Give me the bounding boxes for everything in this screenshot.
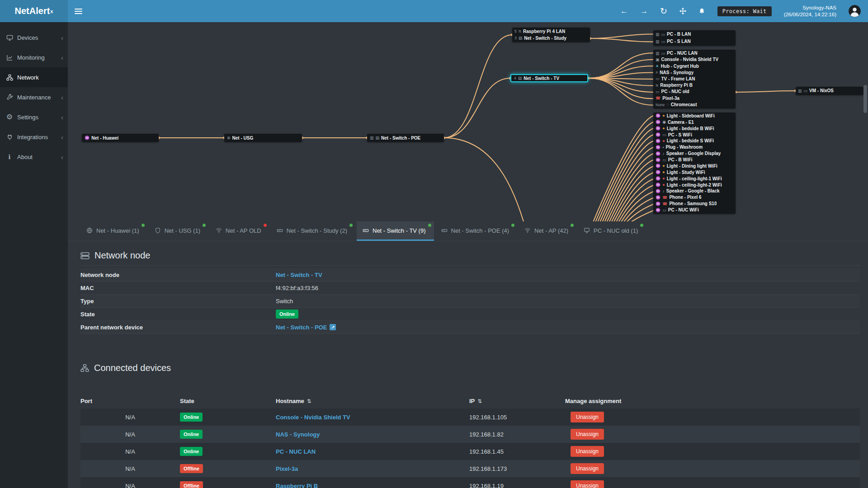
tab-pc-nuc-old-1[interactable]: PC - NUC old (1)	[578, 221, 646, 241]
ip-cell: 192.168.1.173	[469, 465, 565, 472]
back-arrow-icon[interactable]: ←	[620, 7, 628, 15]
unassign-button[interactable]: Unassign	[571, 480, 604, 488]
column-label: Manage assignment	[565, 398, 621, 404]
port-cell: N/A	[80, 465, 180, 472]
brand-logo[interactable]: NetAlertx	[0, 0, 68, 22]
wifi-icon: ♒	[656, 208, 660, 212]
tree-device-row[interactable]: ▭TV - Frame LAN	[656, 76, 733, 82]
tab-net-ap-old[interactable]: Net - AP OLD	[210, 221, 269, 241]
sidebar-item-settings[interactable]: ⚙ Settings ‹	[0, 107, 68, 127]
forward-arrow-icon[interactable]: →	[640, 7, 648, 15]
detail-row: Network nodeNet - Switch - TV	[80, 268, 860, 282]
sidebar-item-maintenance[interactable]: Maintenance ‹	[0, 87, 68, 107]
tree-device-row[interactable]: ♒●Light - Study WiFi	[656, 169, 733, 176]
unassign-button[interactable]: Unassign	[571, 446, 604, 457]
tab-net-switch-tv-9[interactable]: Net - Switch - TV (9)	[357, 221, 434, 241]
tree-device-row[interactable]: ♒●Light - ceiling-light-1 WiFi	[656, 176, 733, 182]
device-label: TV - Frame LAN	[661, 77, 695, 81]
sidebar-item-network[interactable]: Network	[0, 67, 68, 87]
sidebar-item-label: Monitoring	[17, 54, 45, 61]
detail-link[interactable]: Net - Switch - POE	[276, 324, 327, 331]
tree-device-row[interactable]: ☎Pixel-3a	[656, 95, 733, 102]
tab-label: Net - AP (42)	[534, 227, 568, 234]
tree-device-row[interactable]: ▭PC - NUC old	[656, 89, 733, 95]
tree-device-row[interactable]: ♒♪Speaker - Google Display	[656, 150, 733, 157]
tree-device-row[interactable]: ▣Console - Nvidia Shield TV	[656, 56, 733, 63]
ip-cell: 192.168.1.45	[469, 448, 565, 455]
info-icon: ℹ	[6, 154, 13, 160]
tab-net-switch-poe-4[interactable]: Net - Switch - POE (4)	[435, 221, 518, 241]
tree-device-row[interactable]: None◌Chromecast	[656, 102, 733, 108]
tree-device-row[interactable]: ∗Hub - Cygnet Hub	[656, 63, 733, 69]
tree-device-row[interactable]: ♒▭PC - S WiFi	[656, 132, 733, 138]
page-scrollbar-thumb[interactable]	[863, 85, 867, 113]
tree-device-row[interactable]: ▥▭PC - S LAN	[656, 38, 733, 45]
wifi-icon: ♒	[656, 202, 660, 206]
tree-device-row[interactable]: ♒♪Speaker - Google - Black	[656, 188, 733, 195]
tree-node-usg[interactable]: ⊕Net - USG	[224, 134, 302, 142]
wifi-icon: ♒	[85, 136, 90, 140]
sidebar-item-integrations[interactable]: Integrations ‹	[0, 127, 68, 147]
tree-device-row[interactable]: ♒●Light - ceiling-light-2 WiFi	[656, 182, 733, 188]
tree-device-row[interactable]: πRaspberry Pi B	[656, 82, 733, 89]
wifi-icon: ♒	[656, 189, 660, 193]
detail-link[interactable]: Net - Switch - TV	[276, 272, 322, 278]
device-label: Raspberry Pi 4 LAN	[523, 29, 565, 34]
bulb-orange-icon: ●	[662, 170, 665, 174]
sidebar-toggle-button[interactable]	[68, 0, 89, 22]
tree-device-row[interactable]: ▥▭PC - NUC LAN	[656, 50, 733, 56]
switch-icon: ▤	[376, 136, 380, 140]
column-header-ip[interactable]: IP⇅	[469, 398, 565, 404]
unassign-button[interactable]: Unassign	[571, 463, 604, 474]
port-badge: None	[656, 103, 665, 107]
display-icon: ▭	[661, 40, 665, 44]
user-avatar[interactable]	[849, 5, 861, 17]
switch-icon: ▤	[518, 76, 522, 80]
tree-device-row[interactable]: ▥▭VM - NixOS	[798, 87, 861, 94]
tab-net-switch-study-2[interactable]: Net - Switch - Study (2)	[271, 221, 355, 241]
tree-device-row[interactable]: ♒▭PC - B WiFi	[656, 157, 733, 163]
hostname-link[interactable]: PC - NUC LAN	[276, 448, 316, 455]
detail-value: Net - Switch - TV	[276, 272, 322, 278]
manage-cell: Unassign	[565, 429, 860, 440]
device-label: Speaker - Google Display	[666, 151, 721, 156]
move-pan-icon[interactable]	[679, 8, 686, 14]
detail-label: Network node	[80, 272, 276, 278]
unassign-button[interactable]: Unassign	[571, 429, 604, 440]
tree-device-row[interactable]: ♒▭PC - NUC WiFi	[656, 207, 733, 213]
tree-device-row[interactable]: ♒▪Plug - Washroom	[656, 144, 733, 150]
unassign-button[interactable]: Unassign	[571, 412, 604, 422]
manage-cell: Unassign	[565, 480, 860, 488]
tree-device-row[interactable]: ♒●Light - bedside B WiFi	[656, 126, 733, 132]
hostname-link[interactable]: Raspberry Pi B	[276, 483, 318, 488]
tab-net-ap-42[interactable]: Net - AP (42)	[519, 221, 576, 241]
tree-device-row[interactable]: ▥▭PC - B LAN	[656, 31, 733, 38]
wifi-icon: ♒	[656, 158, 660, 162]
port-badge: 5	[514, 29, 517, 33]
sidebar-item-about[interactable]: ℹ About ‹	[0, 147, 68, 167]
tree-node-poe[interactable]: ▥▤Net - Switch - POE	[367, 134, 444, 142]
tab-net-huawei-1[interactable]: Net - Huawei (1)	[80, 221, 147, 241]
device-label: Speaker - Google - Black	[666, 189, 720, 193]
tree-device-row[interactable]: ♒●Light - bedside S WiFi	[656, 138, 733, 145]
tree-device-row[interactable]: 3▤Net - Switch - Study	[514, 35, 588, 42]
refresh-icon[interactable]: ↻	[660, 7, 667, 15]
tree-device-row[interactable]: ♒◉Camera - E1	[656, 119, 733, 126]
tree-device-row[interactable]: ♒☎Phone - Pixel 6	[656, 194, 733, 201]
tree-device-row[interactable]: ♒●Light - Dining light WiFi	[656, 163, 733, 169]
column-header-hostname[interactable]: Hostname⇅	[276, 398, 469, 404]
sidebar-item-devices[interactable]: Devices ‹	[0, 28, 68, 47]
tab-net-usg-1[interactable]: Net - USG (1)	[149, 221, 208, 241]
tree-device-row[interactable]: ♒●Light - Sideboard WiFi	[656, 113, 733, 119]
hostname-link[interactable]: NAS - Synology	[276, 431, 320, 438]
tree-device-row[interactable]: ≡NAS - Synology	[656, 70, 733, 76]
hostname-link[interactable]: Console - Nvidia Shield TV	[276, 414, 350, 421]
monitoring-chart-icon	[6, 54, 13, 61]
tree-device-row[interactable]: ♒☎Phone - Samsung S10	[656, 201, 733, 207]
tree-node-huawei[interactable]: ♒Net - Huawei	[82, 134, 159, 142]
tree-node-tv[interactable]: 4▤Net - Switch - TV	[510, 74, 588, 82]
hostname-link[interactable]: Pixel-3a	[276, 465, 298, 472]
tree-device-row[interactable]: 5πRaspberry Pi 4 LAN	[514, 28, 588, 35]
bell-icon[interactable]	[698, 8, 705, 14]
sidebar-item-monitoring[interactable]: Monitoring ‹	[0, 47, 68, 67]
